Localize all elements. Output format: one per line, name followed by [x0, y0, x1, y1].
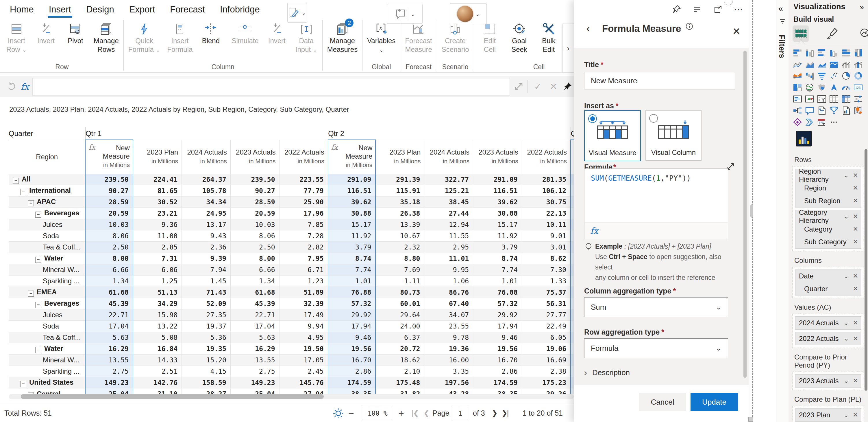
value-cell[interactable]: 13.17 — [182, 219, 231, 230]
info-icon[interactable] — [685, 22, 694, 31]
value-cell[interactable]: 1.01 — [473, 276, 522, 287]
cancel-button[interactable]: Cancel — [639, 393, 686, 411]
collapse-toggle[interactable]: − — [35, 302, 41, 308]
azure-map-visual-icon[interactable] — [829, 83, 839, 92]
value-cell[interactable]: 17.04 — [85, 321, 133, 332]
line-visual-icon[interactable] — [793, 60, 802, 68]
value-cell[interactable]: 13.39 — [375, 219, 424, 230]
100-stacked-area-visual-icon[interactable] — [829, 60, 839, 68]
field-pill-child[interactable]: Region✕ — [796, 182, 861, 195]
value-cell[interactable]: 61.68 — [230, 287, 279, 298]
stacked-bar-visual-icon[interactable] — [793, 48, 802, 57]
create-scenario-button[interactable]: CreateScenario — [438, 18, 473, 54]
value-cell[interactable]: 9.94 — [279, 321, 328, 332]
value-cell[interactable]: 1 — [570, 377, 574, 388]
value-cell[interactable]: 75.37 — [522, 287, 570, 298]
forecast-measure-button[interactable]: ForecastMeasure — [401, 18, 435, 54]
invert-button[interactable]: Invert — [262, 18, 292, 45]
value-cell[interactable]: 30.75 — [522, 197, 570, 208]
value-cell[interactable]: 2.50 — [230, 242, 279, 253]
value-cell[interactable]: 3.35 — [424, 366, 473, 377]
value-cell[interactable]: 34.34 — [182, 197, 231, 208]
field-pill[interactable]: Category Hierarchy⌄✕ — [796, 210, 861, 223]
collapse-toggle[interactable]: − — [28, 290, 34, 297]
value-cell[interactable]: 32.39 — [279, 298, 328, 309]
field-pill[interactable]: 2023 Plan⌄✕ — [796, 409, 861, 421]
chevron-down-icon[interactable]: ⌄ — [843, 213, 849, 220]
format-visual-tab[interactable] — [825, 26, 841, 42]
value-cell[interactable]: 1.25 — [133, 276, 182, 287]
value-cell[interactable]: 9.78 — [424, 332, 473, 343]
value-cell[interactable] — [570, 242, 574, 253]
more-visual-icon[interactable] — [829, 117, 839, 126]
zoom-level[interactable]: 100 % — [362, 407, 393, 420]
formula-input[interactable] — [32, 78, 510, 95]
page-input[interactable]: 1 — [453, 407, 468, 420]
table-visual-icon[interactable] — [829, 94, 839, 103]
gauge-visual-icon[interactable] — [841, 83, 851, 92]
row-label[interactable]: Soda — [9, 230, 85, 242]
value-cell[interactable]: 71.43 — [182, 287, 231, 298]
field-pill[interactable]: 2023 Actuals⌄✕ — [796, 374, 861, 387]
value-cell[interactable]: 19.56 — [473, 343, 522, 355]
next-page-button[interactable]: ❯ — [491, 404, 497, 422]
value-cell[interactable]: 67.40 — [424, 298, 473, 309]
value-cell[interactable]: 34.07 — [424, 309, 473, 321]
line-stacked-column-visual-icon[interactable] — [841, 60, 851, 68]
ribbon-tab-design[interactable]: Design — [86, 4, 114, 15]
remove-field-icon[interactable]: ✕ — [853, 185, 858, 192]
value-cell[interactable]: 7.69 — [375, 264, 424, 276]
value-cell[interactable]: 45.39 — [230, 298, 279, 309]
remove-field-icon[interactable]: ✕ — [853, 411, 858, 419]
remove-field-icon[interactable]: ✕ — [853, 335, 858, 342]
value-column-header[interactable]: 2023 Actualsin Millions — [230, 140, 279, 174]
new-measure-column-header[interactable]: fxMin — [570, 140, 574, 174]
value-cell[interactable]: 81.65 — [133, 185, 182, 197]
value-cell[interactable]: 1.33 — [522, 276, 570, 287]
value-cell[interactable]: 17.05 — [279, 355, 328, 366]
table-settings-icon[interactable] — [332, 404, 345, 422]
row-label[interactable]: Tea & Coff... — [9, 242, 85, 253]
chevron-down-icon[interactable]: ⌄ — [843, 272, 849, 280]
data-input-button[interactable]: DataInput ⌄ — [292, 18, 321, 54]
value-cell[interactable]: 5.08 — [133, 332, 182, 343]
value-cell[interactable]: 29.26 — [522, 388, 570, 394]
popout-icon[interactable] — [713, 5, 723, 14]
value-cell[interactable]: 3.01 — [522, 242, 570, 253]
value-cell[interactable]: 10.03 — [85, 219, 133, 230]
row-label[interactable]: −APAC — [9, 197, 85, 208]
value-column-header[interactable]: 2023 Planin Millions — [375, 140, 424, 174]
value-cell[interactable]: 6.66 — [230, 264, 279, 276]
value-cell[interactable]: 17.94 — [473, 321, 522, 332]
value-cell[interactable]: 145.76 — [279, 377, 328, 388]
remove-field-icon[interactable]: ✕ — [853, 225, 858, 233]
first-page-button[interactable]: |❮ — [412, 404, 419, 422]
area-visual-icon[interactable] — [805, 60, 814, 68]
value-cell[interactable]: 7.74 — [328, 264, 376, 276]
value-cell[interactable]: 291.39 — [375, 174, 424, 185]
expand-pane-icon[interactable]: » — [860, 3, 864, 12]
value-cell[interactable] — [570, 208, 574, 219]
blend-button[interactable]: Blend — [196, 18, 225, 45]
value-cell[interactable]: 9.46 — [473, 332, 522, 343]
manage-measures-button[interactable]: 2ManageMeasures — [324, 18, 361, 54]
title-field-input[interactable]: New Measure — [584, 72, 735, 89]
value-cell[interactable]: 7.28 — [279, 230, 328, 242]
pane-scrollbar[interactable] — [865, 149, 867, 391]
value-cell[interactable]: 10.03 — [230, 219, 279, 230]
value-cell[interactable]: 86.76 — [424, 287, 473, 298]
value-cell[interactable]: 5.63 — [85, 332, 133, 343]
qtr2-header[interactable]: Qtr 2 — [328, 128, 570, 140]
new-measure-column-header[interactable]: fxNew Measurein Millions — [328, 140, 376, 174]
value-cell[interactable]: 18.62 — [375, 355, 424, 366]
remove-field-icon[interactable]: ✕ — [853, 172, 858, 179]
value-cell[interactable] — [570, 355, 574, 366]
filled-map-visual-icon[interactable] — [817, 83, 827, 92]
value-cell[interactable]: 223.55 — [279, 174, 328, 185]
field-pill-child[interactable]: Sub Region✕ — [796, 195, 861, 207]
clustered-column-visual-icon[interactable] — [829, 48, 839, 57]
value-cell[interactable] — [570, 264, 574, 276]
value-cell[interactable]: 2.75 — [85, 366, 133, 377]
row-label[interactable]: −United States — [9, 377, 85, 388]
value-cell[interactable]: 22.71 — [230, 309, 279, 321]
